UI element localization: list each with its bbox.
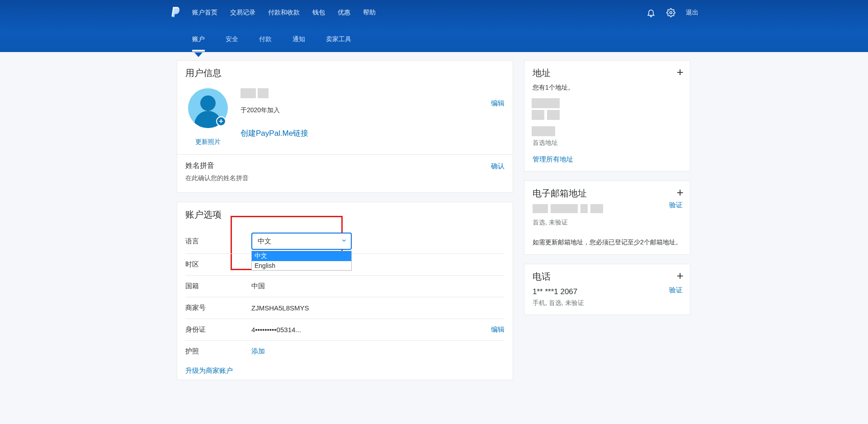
manage-addresses-link[interactable]: 管理所有地址 — [533, 155, 573, 164]
update-photo-link[interactable]: 更新照片 — [185, 138, 231, 146]
app-header: 账户首页交易记录付款和收款钱包优惠帮助 退出 账户安全付款通知卖家工具 — [0, 0, 868, 52]
create-paypalme-link[interactable]: 创建PayPal.Me链接 — [241, 128, 505, 138]
account-options-title: 账户选项 — [185, 209, 505, 221]
add-email-icon[interactable]: + — [677, 186, 684, 200]
preferred-address-label: 首选地址 — [533, 139, 682, 147]
edit-user-link[interactable]: 编辑 — [491, 99, 505, 108]
address-preview-censored — [532, 98, 682, 136]
nav-item-5[interactable]: 帮助 — [363, 9, 376, 17]
language-option-0[interactable]: 中文 — [252, 251, 351, 261]
user-info-title: 用户信息 — [185, 67, 505, 79]
language-label: 语言 — [185, 237, 251, 246]
nationality-value: 中国 — [251, 282, 505, 291]
phone-status: 手机, 首选, 未验证 — [533, 299, 682, 307]
language-dropdown[interactable]: 中文English — [251, 251, 352, 271]
user-info-card: 用户信息 + 更新照片 于2020年加入 创建Pay — [177, 60, 513, 193]
merchant-id-value: ZJMSHA5L8SMYS — [251, 304, 505, 312]
svg-point-0 — [670, 12, 672, 14]
nav-item-4[interactable]: 优惠 — [338, 9, 350, 17]
avatar-add-icon[interactable]: + — [216, 116, 226, 126]
gear-icon[interactable] — [666, 8, 676, 18]
settings-subnav: 账户安全付款通知卖家工具 — [192, 35, 351, 50]
paypal-logo-icon[interactable] — [170, 6, 181, 19]
idcard-label: 身份证 — [185, 325, 251, 334]
email-value-censored — [533, 204, 682, 215]
address-title: 地址 — [533, 67, 682, 79]
verify-email-link[interactable]: 验证 — [669, 201, 683, 210]
nav-item-0[interactable]: 账户首页 — [192, 9, 217, 17]
add-passport-link[interactable]: 添加 — [251, 347, 265, 355]
logout-link[interactable]: 退出 — [686, 9, 698, 17]
nav-item-1[interactable]: 交易记录 — [230, 9, 255, 17]
subnav-item-0[interactable]: 账户 — [192, 35, 205, 50]
main-nav: 账户首页交易记录付款和收款钱包优惠帮助 — [192, 9, 376, 17]
email-note: 如需更新邮箱地址，您必须已登记至少2个邮箱地址。 — [533, 238, 682, 247]
subnav-item-2[interactable]: 付款 — [259, 35, 272, 50]
subnav-item-1[interactable]: 安全 — [226, 35, 238, 50]
idcard-value: 4•••••••••05314... — [251, 326, 491, 333]
language-option-1[interactable]: English — [252, 261, 351, 270]
joined-year: 于2020年加入 — [241, 106, 505, 114]
edit-idcard-link[interactable]: 编辑 — [491, 325, 505, 334]
page-content: 用户信息 + 更新照片 于2020年加入 创建Pay — [170, 60, 698, 389]
subnav-item-3[interactable]: 通知 — [292, 35, 305, 50]
email-card: 电子邮箱地址 + 验证 首选, 未验证 如需更新邮箱地址，您必须已登记至少2个邮… — [524, 181, 690, 255]
nav-item-2[interactable]: 付款和收款 — [268, 9, 300, 17]
add-phone-icon[interactable]: + — [677, 269, 684, 283]
address-card: 地址 + 您有1个地址。 首选地址 管理所有地址 — [524, 60, 690, 172]
verify-phone-link[interactable]: 验证 — [669, 286, 683, 295]
address-count: 您有1个地址。 — [533, 84, 682, 92]
phone-title: 电话 — [533, 271, 682, 283]
chevron-down-icon — [341, 238, 347, 245]
passport-label: 护照 — [185, 347, 251, 356]
subnav-item-4[interactable]: 卖家工具 — [326, 35, 351, 50]
bell-icon[interactable] — [646, 8, 656, 18]
account-options-card: 账户选项 语言 中文 中文English — [177, 202, 513, 380]
email-status: 首选, 未验证 — [533, 219, 682, 227]
add-address-icon[interactable]: + — [677, 65, 684, 79]
user-name-censored — [241, 88, 505, 100]
nationality-label: 国籍 — [185, 282, 251, 291]
phone-card: 电话 + 验证 1** ***1 2067 手机, 首选, 未验证 — [524, 264, 690, 315]
email-title: 电子邮箱地址 — [533, 187, 682, 200]
phone-number: 1** ***1 2067 — [533, 287, 682, 296]
language-selected: 中文 — [258, 237, 271, 246]
pinyin-title: 姓名拼音 — [185, 161, 505, 171]
merchant-id-label: 商家号 — [185, 304, 251, 312]
language-select[interactable]: 中文 中文English — [251, 233, 352, 250]
nav-item-3[interactable]: 钱包 — [312, 9, 325, 17]
upgrade-merchant-link[interactable]: 升级为商家账户 — [185, 367, 233, 375]
pinyin-desc: 在此确认您的姓名拼音 — [185, 174, 505, 182]
timezone-label: 时区 — [185, 260, 251, 269]
confirm-pinyin-link[interactable]: 确认 — [491, 162, 505, 171]
